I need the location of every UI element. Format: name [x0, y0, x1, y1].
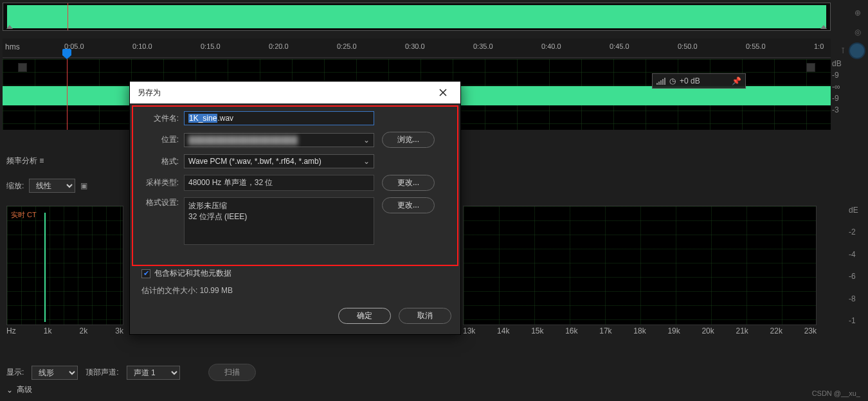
location-value: ████████████████████: [188, 136, 298, 145]
freq-panel-title: 频率分析 ≡: [6, 156, 44, 166]
freq-grid: [7, 206, 123, 325]
channel-toggle-icon[interactable]: [806, 63, 815, 72]
change-format-button[interactable]: 更改...: [382, 197, 435, 213]
freq-grid: [464, 206, 816, 325]
time-ruler[interactable]: hms 0:05.0 0:10.0 0:15.0 0:20.0 0:25.0 0…: [3, 39, 831, 58]
filename-input[interactable]: 1K_sine.wav: [184, 111, 374, 125]
browse-button[interactable]: 浏览...: [382, 132, 435, 148]
gain-value: +0 dB: [680, 76, 700, 85]
ok-button[interactable]: 确定: [338, 308, 391, 324]
overview-wave-body: [7, 5, 826, 28]
format-value: Wave PCM (*.wav, *.bwf, *.rf64, *.amb): [188, 157, 321, 166]
ruler-tick: 1:0: [814, 42, 824, 50]
overview-playhead[interactable]: [68, 3, 68, 30]
overview-waveform[interactable]: [3, 3, 831, 31]
ruler-tick: 0:45.0: [610, 42, 629, 50]
display-label: 显示:: [6, 367, 24, 378]
pan-knob-icon[interactable]: [849, 42, 865, 59]
ruler-tick: 0:25.0: [337, 42, 357, 50]
format-label: 格式:: [139, 156, 179, 167]
freq-peak: [44, 213, 46, 322]
ruler-tick: 0:40.0: [541, 42, 561, 50]
top-channel-select[interactable]: 声道 1: [127, 366, 180, 380]
gain-hud[interactable]: ◷ +0 dB 📌: [652, 73, 746, 89]
ruler-tick: 0:30.0: [405, 42, 425, 50]
include-meta-checkbox[interactable]: ✔: [141, 269, 150, 278]
target-icon[interactable]: ◎: [851, 26, 864, 39]
close-icon: [439, 89, 447, 96]
include-meta-label: 包含标记和其他元数据: [154, 268, 231, 279]
overview-end-triangle: [820, 25, 827, 29]
filename-selected-text: 1K_sine: [188, 114, 217, 123]
pin-icon[interactable]: 📌: [732, 76, 741, 85]
ruler-tick: 0:15.0: [201, 42, 221, 50]
freq-plot-right[interactable]: [463, 206, 817, 325]
location-label: 位置:: [139, 134, 179, 145]
close-button[interactable]: [433, 83, 453, 102]
chevron-down-icon: ⌄: [363, 157, 370, 166]
format-select[interactable]: Wave PCM (*.wav, *.bwf, *.rf64, *.amb) ⌄: [184, 154, 374, 168]
chevron-down-icon: ⌄: [363, 136, 370, 145]
watermark: CSDN @__xu_: [812, 389, 860, 397]
zoom-tool-icon[interactable]: ⊕: [851, 6, 864, 19]
ruler-tick: 0:35.0: [473, 42, 493, 50]
freq-axis-left: Hz 1k 2k 3k: [6, 326, 123, 335]
location-select[interactable]: ████████████████████ ⌄: [184, 133, 374, 147]
snapshot-icon[interactable]: ▣: [80, 181, 89, 190]
ruler-playhead-marker[interactable]: [67, 49, 76, 59]
dialog-titlebar[interactable]: 另存为: [130, 82, 460, 103]
estimate-value: 10.99 MB: [200, 286, 233, 295]
save-as-dialog: 另存为 文件名: 1K_sine.wav 位置: ███████████████…: [129, 81, 461, 335]
ruler-tick: 0:20.0: [269, 42, 289, 50]
overview-start-triangle: [6, 25, 13, 29]
ruler-unit-label: hms: [5, 42, 20, 51]
ruler-tick: 0:55.0: [746, 42, 766, 50]
db-scale: dB -9 -∞ -9 -3: [832, 59, 845, 117]
freq-axis-right: 13k 14k 15k 16k 17k 18k 19k 20k 21k 22k …: [463, 326, 817, 335]
freq-db-scale-right: dE -2 -4 -6 -8 -1: [849, 206, 865, 325]
level-bars-icon: [656, 77, 665, 85]
change-sample-button[interactable]: 更改...: [382, 175, 435, 191]
waveform-playhead[interactable]: [67, 59, 68, 130]
channel-toggle-icon[interactable]: [18, 63, 27, 72]
filename-label: 文件名:: [139, 113, 179, 124]
sample-type-label: 采样类型:: [139, 177, 179, 188]
cancel-button[interactable]: 取消: [399, 308, 451, 324]
filename-ext: .wav: [217, 114, 233, 123]
freq-plot-left[interactable]: 实时 CT: [6, 206, 123, 325]
chevron-down-icon[interactable]: ⌄: [6, 386, 13, 395]
clock-icon: ◷: [669, 76, 676, 85]
display-select[interactable]: 线形: [32, 366, 78, 380]
top-channel-label: 顶部声道:: [86, 367, 118, 378]
pin-small-icon[interactable]: ⊺: [841, 46, 845, 55]
dialog-title: 另存为: [138, 87, 161, 98]
sample-type-field: 48000 Hz 单声道，32 位: [184, 175, 374, 191]
freq-live-label: 实时 CT: [11, 210, 37, 220]
advanced-label[interactable]: 高级: [17, 384, 32, 395]
zoom-select[interactable]: 线性: [29, 179, 75, 193]
ruler-tick: 0:50.0: [678, 42, 698, 50]
format-settings-box: 波形未压缩 32 位浮点 (IEEE): [184, 197, 374, 245]
zoom-label: 缩放:: [6, 181, 24, 192]
estimate-label: 估计的文件大小:: [141, 286, 197, 295]
ruler-tick: 0:10.0: [132, 42, 152, 50]
scan-button[interactable]: 扫描: [208, 364, 256, 381]
format-settings-label: 格式设置:: [139, 197, 179, 208]
